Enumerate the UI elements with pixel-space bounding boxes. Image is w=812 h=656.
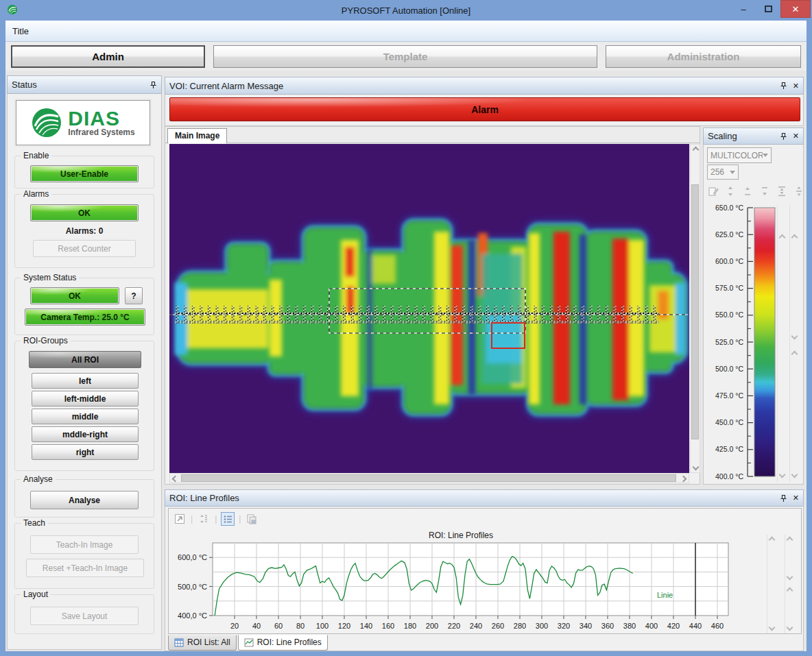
- chart-spinner-b[interactable]: [785, 535, 794, 633]
- list-view-icon[interactable]: [221, 512, 235, 526]
- scaling-panel-header: Scaling ✕: [703, 127, 804, 145]
- x-tick-label: 400: [645, 622, 658, 630]
- scroll-left-icon[interactable]: [170, 474, 180, 484]
- reset-teach-in-image-button: Reset +Teach-In Image: [26, 559, 144, 577]
- nav-button-row: Admin Template Administration: [5, 42, 807, 71]
- spin-up-icon[interactable]: [791, 234, 798, 241]
- chart-container: | | | ROI: Line Profiles 600,0 °C500,0 °…: [168, 508, 802, 634]
- vertical-scroll-thumb[interactable]: [691, 184, 699, 439]
- sort-updown-icon[interactable]: [197, 512, 211, 526]
- spin-up-icon[interactable]: [791, 351, 798, 358]
- x-tick-label: 200: [426, 622, 438, 630]
- chart-spinner-a[interactable]: [767, 535, 776, 633]
- x-tick-label: 120: [338, 622, 350, 630]
- scale-tick-label: 650.0 °C: [715, 204, 743, 212]
- roi-group-button-middle-right[interactable]: mddle-right: [32, 426, 139, 442]
- alarm-banner: Alarm: [169, 97, 800, 121]
- close-panel-icon[interactable]: ✕: [793, 82, 799, 90]
- x-tick-label: 340: [580, 622, 592, 630]
- spin-down-icon[interactable]: [787, 624, 793, 631]
- system-help-button[interactable]: ?: [125, 287, 143, 304]
- tab-roi-list[interactable]: ROI List: All: [168, 635, 237, 651]
- line-profiles-panel-title: ROI: Line Profiles: [169, 493, 239, 503]
- spin-up-icon[interactable]: [779, 234, 786, 241]
- nav-button-admin[interactable]: Admin: [11, 45, 205, 68]
- scroll-right-icon[interactable]: [678, 474, 689, 484]
- nav-button-administration[interactable]: Administration: [606, 45, 801, 68]
- camera-temp-button[interactable]: Camera Temp.: 25.0 °C: [25, 308, 145, 326]
- pin-icon[interactable]: [150, 81, 157, 89]
- export-icon[interactable]: [173, 512, 187, 526]
- spin-down-icon[interactable]: [791, 472, 798, 478]
- thermal-image[interactable]: [169, 144, 689, 473]
- spin-down-icon[interactable]: [791, 333, 798, 340]
- roi-group-button-right[interactable]: right: [32, 444, 139, 460]
- spin-down-icon[interactable]: [787, 574, 793, 581]
- horizontal-scrollbar[interactable]: [169, 473, 689, 483]
- x-tick-label: 60: [274, 622, 283, 630]
- title-bar: PYROSOFT Automation [Online] – ✕: [0, 0, 812, 21]
- dias-logo-icon: [31, 107, 62, 138]
- nav-button-template[interactable]: Template: [213, 45, 597, 68]
- pin-icon[interactable]: [780, 494, 787, 502]
- vertical-scrollbar[interactable]: [690, 144, 700, 473]
- window-title: PYROSOFT Automation [Online]: [0, 5, 812, 16]
- analyse-button[interactable]: Analyse: [30, 491, 139, 509]
- tab-line-profiles[interactable]: ROI: Line Profiles: [238, 635, 328, 651]
- alarms-ok-button[interactable]: OK: [30, 204, 139, 221]
- close-button[interactable]: ✕: [780, 0, 811, 18]
- roi-group-button-left-middle[interactable]: left-middle: [32, 391, 139, 406]
- enable-group-label: Enable: [21, 151, 51, 160]
- chart-toolbar: | | |: [173, 512, 259, 526]
- pin-icon[interactable]: [780, 82, 787, 90]
- scale-min-spinner[interactable]: [789, 205, 799, 482]
- line-profiles-panel-header: ROI: Line Profiles ✕: [165, 489, 804, 507]
- user-enable-button[interactable]: User-Enable: [30, 165, 139, 182]
- plot-area: [213, 543, 728, 616]
- x-tick-label: 100: [316, 622, 329, 630]
- system-ok-button[interactable]: OK: [30, 287, 119, 304]
- scale-max-spinner[interactable]: [777, 205, 787, 482]
- bottom-tabstrip: ROI List: All ROI: Line Profiles: [168, 635, 329, 651]
- main-image-tabstrip: Main Image: [165, 127, 700, 143]
- analyse-group: Analyse Analyse: [14, 479, 154, 518]
- scroll-down-icon[interactable]: [691, 462, 701, 472]
- chevron-down-icon: [763, 154, 768, 157]
- close-panel-icon[interactable]: ✕: [793, 494, 799, 502]
- scaling-panel-title: Scaling: [708, 131, 737, 141]
- color-bar[interactable]: [754, 208, 775, 476]
- close-panel-icon[interactable]: ✕: [793, 132, 799, 140]
- voi-panel-title: VOI: Current Alarm Message: [169, 81, 283, 91]
- spin-up-icon[interactable]: [769, 537, 776, 544]
- status-panel-header: Status: [7, 75, 162, 94]
- scale-tick-label: 575.0 °C: [715, 284, 743, 292]
- x-tick-label: 420: [667, 622, 680, 630]
- copy-report-icon[interactable]: [245, 512, 259, 526]
- spin-up-icon[interactable]: [787, 587, 793, 594]
- roi-group-button-left[interactable]: left: [32, 373, 139, 389]
- spin-up-icon[interactable]: [787, 537, 793, 544]
- menu-title[interactable]: Title: [12, 26, 29, 36]
- menu-bar[interactable]: Title: [5, 21, 807, 42]
- tab-main-image[interactable]: Main Image: [167, 128, 227, 143]
- chart-icon: [244, 638, 254, 647]
- tab-line-profiles-label: ROI: Line Profiles: [257, 637, 322, 647]
- roi-group-button-all[interactable]: All ROI: [29, 351, 141, 368]
- scroll-up-icon[interactable]: [691, 145, 701, 155]
- roi-group-button-middle[interactable]: middle: [32, 409, 139, 424]
- status-panel-body: DIAS Infrared Systems Enable User-Enable…: [7, 94, 162, 650]
- pin-icon[interactable]: [780, 132, 787, 141]
- fit-range-icon: [792, 184, 806, 198]
- x-tick-label: 80: [296, 622, 304, 630]
- spin-down-icon[interactable]: [779, 472, 786, 478]
- status-panel-title: Status: [12, 80, 37, 90]
- chevron-down-icon: [730, 171, 735, 174]
- maximize-button[interactable]: [756, 0, 780, 18]
- minimize-button[interactable]: –: [731, 0, 756, 18]
- teach-in-image-button: Teach-In Image: [30, 535, 139, 554]
- spin-down-icon[interactable]: [769, 624, 776, 631]
- horizontal-scroll-thumb[interactable]: [181, 474, 676, 482]
- roi-line-profile-band[interactable]: [175, 306, 659, 324]
- tab-main-image-label: Main Image: [175, 131, 219, 141]
- line-profile-chart[interactable]: 600,0 °C500,0 °C400,0 °C2040608010012014…: [171, 539, 763, 633]
